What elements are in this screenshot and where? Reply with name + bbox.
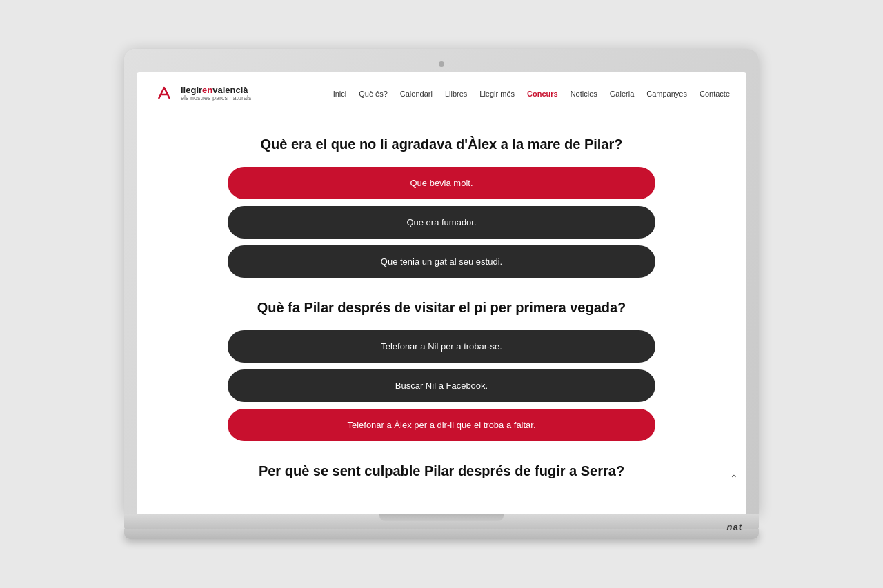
laptop-camera <box>439 61 444 67</box>
question-2-text: Què fa Pilar després de visitar el pi pe… <box>228 298 655 316</box>
nav-item-concurs[interactable]: Concurs <box>527 87 558 99</box>
question-2-option-2[interactable]: Buscar Nil a Facebook. <box>228 369 655 402</box>
question-1-option-1[interactable]: Que bevia molt. <box>228 167 655 199</box>
question-2-option-3[interactable]: Telefonar a Àlex per a dir-li que el tro… <box>228 409 655 441</box>
nav-item-calendari[interactable]: Calendari <box>400 87 433 99</box>
laptop-screen-outer: llegirenvalencià els nostres parcs natur… <box>124 49 759 514</box>
nav-item-noticies[interactable]: Noticies <box>571 87 597 99</box>
nav-item-campanyes[interactable]: Campanyes <box>646 87 687 99</box>
question-1-section: Què era el que no li agradava d'Àlex a l… <box>228 135 655 278</box>
nav-item-galeria[interactable]: Galeria <box>610 87 634 99</box>
logo-icon <box>153 82 175 104</box>
laptop-base <box>124 514 759 529</box>
scroll-up-indicator[interactable]: ⌃ <box>730 473 738 484</box>
laptop-container: llegirenvalencià els nostres parcs natur… <box>124 49 759 539</box>
question-3-text: Per què se sent culpable Pilar després d… <box>228 462 655 480</box>
site-logo: llegirenvalencià els nostres parcs natur… <box>153 82 252 104</box>
site-navigation: llegirenvalencià els nostres parcs natur… <box>137 72 746 114</box>
nav-menu: Inici Què és? Calendari Llibres Llegir m… <box>333 87 730 99</box>
nav-item-ques[interactable]: Què és? <box>359 87 388 99</box>
logo-text: llegirenvalencià <box>181 85 252 96</box>
question-3-section: Per què se sent culpable Pilar després d… <box>228 462 655 480</box>
question-2-section: Què fa Pilar després de visitar el pi pe… <box>228 298 655 441</box>
question-1-option-2[interactable]: Que era fumador. <box>228 206 655 239</box>
question-1-option-3[interactable]: Que tenia un gat al seu estudi. <box>228 245 655 278</box>
nav-item-contacte[interactable]: Contacte <box>700 87 730 99</box>
question-1-text: Què era el que no li agradava d'Àlex a l… <box>228 135 655 153</box>
nav-item-llegir-mes[interactable]: Llegir més <box>479 87 515 99</box>
laptop-bottom <box>124 529 759 539</box>
nav-item-llibres[interactable]: Llibres <box>445 87 467 99</box>
nav-item-inici[interactable]: Inici <box>333 87 347 99</box>
site-content: Què era el que no li agradava d'Àlex a l… <box>200 114 683 514</box>
nat-watermark: nat <box>727 522 743 532</box>
logo-subtext: els nostres parcs naturals <box>181 95 252 101</box>
question-2-option-1[interactable]: Telefonar a Nil per a trobar-se. <box>228 330 655 363</box>
laptop-screen-inner: llegirenvalencià els nostres parcs natur… <box>137 72 746 514</box>
